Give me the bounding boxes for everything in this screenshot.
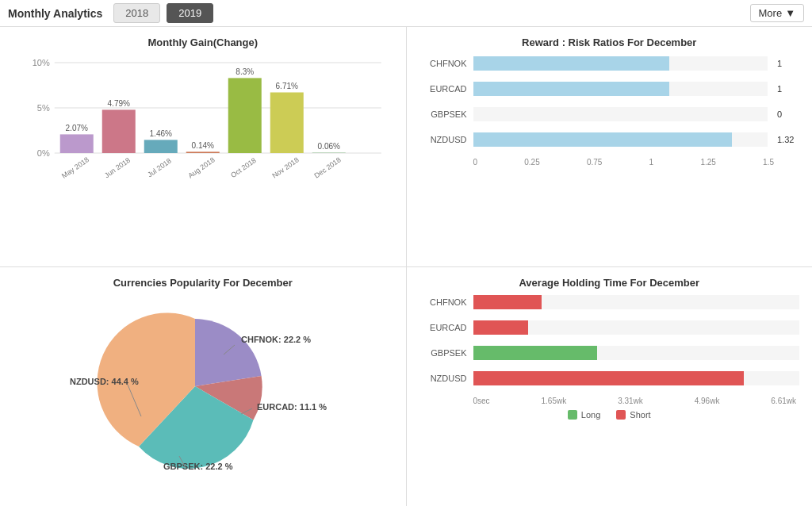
svg-text:10%: 10%: [33, 58, 50, 67]
short-icon: [616, 410, 626, 420]
svg-rect-15: [186, 151, 220, 153]
svg-text:Oct 2018: Oct 2018: [229, 156, 258, 179]
tab-2018[interactable]: 2018: [113, 3, 160, 23]
reward-risk-title: Reward : Risk Ratios For December: [419, 36, 800, 48]
x-label-661wk: 6.61wk: [771, 397, 796, 405]
svg-text:8.3%: 8.3%: [236, 67, 254, 76]
currencies-pie-chart: CHFNOK: 22.2 % EURCAD: 11.1 % GBPSEK: 22…: [13, 295, 393, 477]
more-button[interactable]: More ▼: [750, 4, 805, 22]
svg-rect-9: [102, 109, 136, 153]
monthly-gain-svg: 10% 5% 0% 2.07% May 2018 4.79% Jun 2018 …: [13, 55, 393, 229]
hold-fill-eurcad: [473, 320, 529, 335]
hrbar-value-gbpsek: 0: [777, 109, 799, 119]
avg-holding-title: Average Holding Time For December: [419, 277, 800, 289]
dashboard: Monthly Gain(Change) 10% 5% 0% 2.07% May…: [0, 27, 812, 506]
svg-text:Nov 2018: Nov 2018: [270, 155, 300, 179]
svg-text:CHFNOK: 22.2 %: CHFNOK: 22.2 %: [241, 335, 311, 344]
svg-text:May 2018: May 2018: [60, 155, 90, 180]
svg-text:6.71%: 6.71%: [276, 82, 298, 90]
hold-label-gbpsek: GBPSEK: [419, 348, 467, 358]
legend-short-label: Short: [630, 410, 650, 420]
page-title: Monthly Analytics: [8, 7, 102, 20]
svg-text:Jul 2018: Jul 2018: [146, 157, 173, 179]
hrbar-label-nzdusd: NZDUSD: [419, 135, 467, 144]
hrbar-x-axis: 0 0.25 0.75 1 1.25 1.5: [473, 158, 800, 167]
table-row: GBPSEK: [419, 346, 800, 360]
monthly-gain-title: Monthly Gain(Change): [13, 36, 393, 48]
svg-text:Aug 2018: Aug 2018: [186, 155, 216, 179]
svg-rect-18: [228, 78, 262, 153]
legend-long-label: Long: [581, 410, 600, 420]
svg-rect-21: [270, 93, 304, 154]
svg-text:4.79%: 4.79%: [108, 99, 130, 108]
top-bar: Monthly Analytics 2018 2019 More ▼: [0, 0, 812, 27]
hrbar-fill-nzdusd: [473, 132, 733, 147]
hold-track-chfnok: [473, 295, 800, 309]
dropdown-arrow-icon: ▼: [785, 7, 795, 19]
table-row: EURCAD: [419, 320, 800, 335]
hrbar-track-gbpsek: [473, 107, 768, 121]
avg-holding-chart: CHFNOK EURCAD GBPSEK NZDUS: [419, 295, 800, 420]
table-row: NZDUSD 1.32: [419, 132, 800, 147]
hrbar-value-eurcad: 1: [777, 84, 799, 94]
svg-text:0.14%: 0.14%: [192, 141, 214, 150]
x-label-15: 1.5: [763, 158, 774, 167]
svg-rect-24: [312, 152, 346, 153]
hrbar-fill-chfnok: [473, 56, 670, 71]
hold-fill-gbpsek: [473, 346, 597, 360]
x-label-331wk: 3.31wk: [618, 397, 643, 405]
hold-x-axis: 0sec 1.65wk 3.31wk 4.96wk 6.61wk: [473, 397, 800, 405]
table-row: CHFNOK: [419, 295, 800, 309]
table-row: GBPSEK 0: [419, 107, 800, 121]
x-label-025: 0.25: [524, 158, 539, 167]
svg-text:EURCAD: 11.1 %: EURCAD: 11.1 %: [257, 402, 327, 412]
svg-text:0%: 0%: [37, 148, 50, 158]
monthly-gain-chart: 10% 5% 0% 2.07% May 2018 4.79% Jun 2018 …: [13, 55, 393, 229]
hold-track-eurcad: [473, 320, 800, 335]
hrbar-value-nzdusd: 1.32: [777, 135, 799, 144]
svg-text:Jun 2018: Jun 2018: [103, 156, 132, 179]
currencies-pie-title: Currencies Popularity For December: [13, 277, 393, 289]
hold-track-nzdusd: [473, 371, 800, 385]
legend-long: Long: [568, 410, 600, 420]
table-row: CHFNOK 1: [419, 56, 800, 71]
x-label-075: 0.75: [587, 158, 602, 167]
chart-legend: Long Short: [419, 410, 800, 420]
x-label-165wk: 1.65wk: [542, 397, 567, 405]
legend-short: Short: [616, 410, 650, 420]
svg-text:NZDUSD: 44.4 %: NZDUSD: 44.4 %: [70, 377, 139, 386]
hold-fill-chfnok: [473, 295, 542, 309]
hrbar-fill-eurcad: [473, 82, 670, 96]
hold-track-gbpsek: [473, 346, 800, 360]
hold-label-chfnok: CHFNOK: [419, 297, 467, 307]
svg-text:2.07%: 2.07%: [66, 124, 88, 132]
svg-rect-12: [144, 140, 178, 153]
x-label-0sec: 0sec: [473, 397, 490, 405]
svg-text:1.46%: 1.46%: [150, 129, 172, 138]
table-row: NZDUSD: [419, 371, 800, 385]
x-label-0: 0: [473, 158, 478, 167]
table-row: EURCAD 1: [419, 82, 800, 96]
x-label-125: 1.25: [700, 158, 715, 167]
hrbar-track-chfnok: [473, 56, 768, 71]
x-label-496wk: 4.96wk: [695, 397, 720, 405]
hrbar-track-nzdusd: [473, 132, 768, 147]
hold-label-nzdusd: NZDUSD: [419, 374, 467, 383]
tab-2019[interactable]: 2019: [167, 3, 213, 23]
hrbar-label-chfnok: CHFNOK: [419, 59, 467, 68]
reward-risk-chart: CHFNOK 1 EURCAD 1 GBPSEK 0: [419, 56, 800, 167]
x-label-1: 1: [649, 158, 654, 167]
long-icon: [568, 410, 577, 420]
svg-text:5%: 5%: [37, 103, 50, 113]
hrbar-value-chfnok: 1: [777, 59, 799, 68]
svg-text:0.06%: 0.06%: [318, 142, 340, 151]
more-label: More: [759, 7, 783, 19]
reward-risk-panel: Reward : Risk Ratios For December CHFNOK…: [407, 27, 813, 266]
monthly-gain-panel: Monthly Gain(Change) 10% 5% 0% 2.07% May…: [0, 27, 406, 266]
hrbar-track-eurcad: [473, 82, 768, 96]
avg-holding-panel: Average Holding Time For December CHFNOK…: [407, 267, 813, 507]
svg-text:Dec 2018: Dec 2018: [312, 155, 342, 179]
svg-rect-6: [60, 134, 94, 153]
pie-svg: CHFNOK: 22.2 % EURCAD: 11.1 % GBPSEK: 22…: [68, 299, 338, 473]
hold-label-eurcad: EURCAD: [419, 323, 467, 332]
